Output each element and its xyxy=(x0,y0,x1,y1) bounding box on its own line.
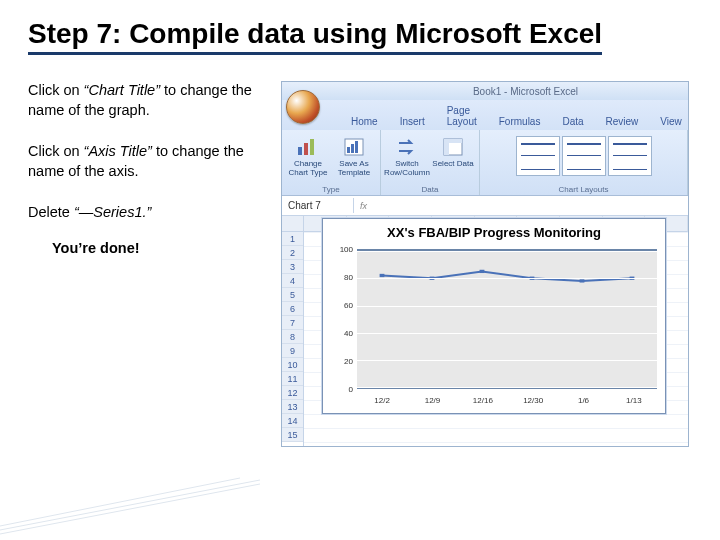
tab-data[interactable]: Data xyxy=(553,112,592,130)
chart-layout-option[interactable] xyxy=(516,136,560,176)
row-header[interactable]: 13 xyxy=(282,400,303,414)
svg-rect-2 xyxy=(310,139,314,155)
instruction-1: Click on “Chart Title” to change the nam… xyxy=(28,81,263,120)
select-all-corner[interactable] xyxy=(282,216,303,232)
plot-area xyxy=(357,249,657,389)
chart-title[interactable]: XX's FBA/BIP Progress Monitoring xyxy=(323,219,665,242)
svg-rect-14 xyxy=(580,279,585,282)
switch-icon xyxy=(394,135,420,159)
tab-insert[interactable]: Insert xyxy=(391,112,434,130)
row-header[interactable]: 12 xyxy=(282,386,303,400)
tab-review[interactable]: Review xyxy=(597,112,648,130)
formula-bar: Chart 7 fx xyxy=(282,196,688,216)
instruction-3: Delete “—Series1.” xyxy=(28,203,263,223)
group-label-data: Data xyxy=(422,185,439,194)
row-header[interactable]: 5 xyxy=(282,288,303,302)
change-chart-type-button[interactable]: Change Chart Type xyxy=(287,135,329,177)
slide-title: Step 7: Compile data using Microsoft Exc… xyxy=(28,18,602,55)
tab-page-layout[interactable]: Page Layout xyxy=(438,101,486,130)
instruction-2: Click on “Axis Title” to change the name… xyxy=(28,142,263,181)
chart-type-icon xyxy=(295,135,321,159)
ribbon: Change Chart Type Save As Template Type … xyxy=(282,130,688,196)
template-icon xyxy=(341,135,367,159)
decorative-lines-icon xyxy=(0,470,280,540)
switch-row-column-button[interactable]: Switch Row/Column xyxy=(386,135,428,177)
svg-rect-4 xyxy=(347,147,350,153)
y-ticks: 020406080100 xyxy=(341,249,355,389)
embedded-chart[interactable]: XX's FBA/BIP Progress Monitoring Average… xyxy=(322,218,666,414)
row-header[interactable]: 9 xyxy=(282,344,303,358)
svg-rect-10 xyxy=(380,274,385,277)
row-headers: 1 2 3 4 5 6 7 8 9 10 11 12 13 14 xyxy=(282,216,304,446)
done-text: You’re done! xyxy=(52,239,263,259)
chart-layout-option[interactable] xyxy=(608,136,652,176)
worksheet: 1 2 3 4 5 6 7 8 9 10 11 12 13 14 xyxy=(282,216,688,446)
ribbon-group-type: Change Chart Type Save As Template Type xyxy=(282,130,381,195)
fx-icon[interactable]: fx xyxy=(354,201,373,211)
select-data-icon xyxy=(440,135,466,159)
svg-rect-6 xyxy=(355,141,358,153)
row-header[interactable]: 10 xyxy=(282,358,303,372)
group-label-layouts: Chart Layouts xyxy=(559,185,609,194)
ribbon-tabs: Home Insert Page Layout Formulas Data Re… xyxy=(282,100,688,130)
grid-area[interactable]: A B C D E F G H I XX's FBA/BIP Prog xyxy=(304,216,688,446)
tab-view[interactable]: View xyxy=(651,112,691,130)
group-label-type: Type xyxy=(322,185,339,194)
svg-rect-9 xyxy=(444,139,449,155)
instructions: Click on “Chart Title” to change the nam… xyxy=(28,81,263,447)
tab-home[interactable]: Home xyxy=(342,112,387,130)
row-header[interactable]: 14 xyxy=(282,414,303,428)
line-series xyxy=(357,251,657,387)
svg-rect-12 xyxy=(480,270,485,273)
row-header[interactable]: 7 xyxy=(282,316,303,330)
window-title-bar: Book1 - Microsoft Excel xyxy=(282,82,688,100)
save-as-template-button[interactable]: Save As Template xyxy=(333,135,375,177)
row-header[interactable]: 15 xyxy=(282,428,303,442)
office-button-icon[interactable] xyxy=(286,90,320,124)
select-data-button[interactable]: Select Data xyxy=(432,135,474,168)
name-box[interactable]: Chart 7 xyxy=(282,198,354,213)
svg-rect-1 xyxy=(304,143,308,155)
chart-layout-option[interactable] xyxy=(562,136,606,176)
svg-rect-0 xyxy=(298,147,302,155)
row-header[interactable]: 11 xyxy=(282,372,303,386)
excel-window: Book1 - Microsoft Excel Home Insert Page… xyxy=(281,81,689,447)
row-header[interactable]: 3 xyxy=(282,260,303,274)
svg-rect-5 xyxy=(351,144,354,153)
row-header[interactable]: 8 xyxy=(282,330,303,344)
ribbon-group-chart-layouts: Chart Layouts xyxy=(480,130,688,195)
ribbon-group-data: Switch Row/Column Select Data Data xyxy=(381,130,480,195)
tab-formulas[interactable]: Formulas xyxy=(490,112,550,130)
row-header[interactable]: 4 xyxy=(282,274,303,288)
row-header[interactable]: 2 xyxy=(282,246,303,260)
row-header[interactable]: 6 xyxy=(282,302,303,316)
row-header[interactable]: 1 xyxy=(282,232,303,246)
